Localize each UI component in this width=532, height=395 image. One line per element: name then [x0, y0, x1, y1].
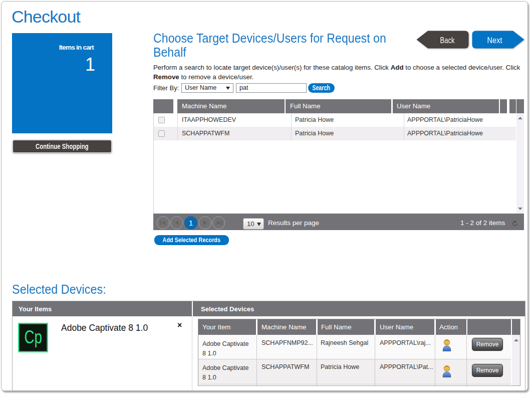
svg-text:1: 1: [189, 219, 193, 227]
svg-text:Back: Back: [440, 36, 455, 45]
svg-text:Cp: Cp: [25, 327, 43, 347]
svg-text:Next: Next: [487, 36, 502, 45]
